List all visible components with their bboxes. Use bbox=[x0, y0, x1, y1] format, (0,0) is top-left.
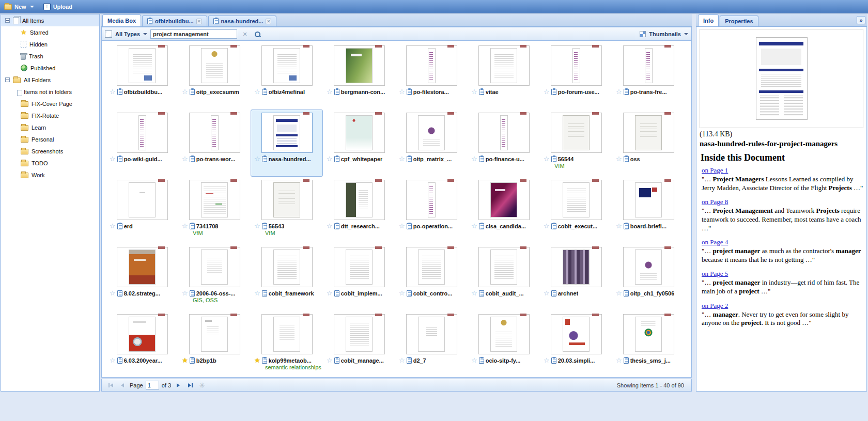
item-thumbnail[interactable] bbox=[117, 113, 168, 153]
grid-item-board-briefi[interactable]: ☆board-briefi... bbox=[612, 177, 685, 244]
item-thumbnail[interactable] bbox=[261, 247, 313, 287]
star-icon[interactable]: ☆ bbox=[110, 89, 116, 95]
grid-item-cobit-framework[interactable]: ☆cobit_framework bbox=[251, 244, 323, 311]
excerpt-page-link[interactable]: on Page 4 bbox=[702, 238, 728, 246]
tab-ofbizbuildbu[interactable]: ofbizbuildbu... ✕ bbox=[142, 15, 207, 26]
chevron-down-icon[interactable] bbox=[684, 33, 688, 35]
item-thumbnail[interactable] bbox=[117, 180, 168, 220]
star-icon[interactable]: ☆ bbox=[544, 223, 550, 229]
item-thumbnail[interactable] bbox=[261, 314, 313, 354]
sidebar-item-fix-cover-page[interactable]: FIX-Cover Page bbox=[1, 98, 99, 110]
star-icon[interactable]: ☆ bbox=[110, 156, 116, 162]
star-icon[interactable]: ☆ bbox=[327, 89, 333, 95]
grid-item-oitp-execsumm[interactable]: ☆oitp_execsumm bbox=[178, 42, 251, 110]
last-page-button[interactable] bbox=[185, 381, 195, 390]
star-icon[interactable]: ☆ bbox=[399, 290, 405, 297]
grid-item-po-operation[interactable]: ☆po-operation... bbox=[395, 177, 468, 244]
item-thumbnail[interactable] bbox=[261, 45, 313, 86]
item-thumbnail[interactable] bbox=[551, 113, 602, 153]
item-thumbnail[interactable] bbox=[623, 314, 674, 354]
grid-item-2006-06-oss[interactable]: ☆2006-06-oss-...GIS, OSS bbox=[178, 244, 251, 311]
grid-item-ocio-sitp-fy[interactable]: ☆ocio-sitp-fy... bbox=[468, 311, 540, 378]
star-icon[interactable]: ☆ bbox=[254, 223, 260, 229]
sidebar-item-screenshots[interactable]: Screenshots bbox=[1, 145, 99, 157]
item-thumbnail[interactable] bbox=[117, 314, 168, 354]
excerpt-page-link[interactable]: on Page 5 bbox=[702, 270, 728, 277]
star-icon[interactable]: ☆ bbox=[616, 357, 622, 364]
sidebar-item-learn[interactable]: Learn bbox=[1, 121, 99, 133]
grid-item-dtt-research[interactable]: ☆dtt_research... bbox=[323, 177, 395, 244]
grid-item-oitp-ch1-fy0506[interactable]: ☆oitp_ch1_fy0506 bbox=[612, 244, 685, 311]
grid-item-archnet[interactable]: ☆archnet bbox=[540, 244, 612, 311]
item-thumbnail[interactable] bbox=[406, 180, 457, 220]
star-icon[interactable]: ☆ bbox=[327, 357, 333, 364]
star-icon[interactable]: ☆ bbox=[182, 89, 188, 95]
item-thumbnail[interactable] bbox=[117, 45, 168, 86]
star-icon[interactable]: ☆ bbox=[544, 89, 550, 95]
grid-item-cobit-manage[interactable]: ☆cobit_manage... bbox=[323, 311, 395, 378]
item-thumbnail[interactable] bbox=[334, 247, 385, 287]
tab-nasa-hundred[interactable]: nasa-hundred... ✕ bbox=[208, 15, 277, 26]
grid-item-po-trans-fre[interactable]: ☆po-trans-fre... bbox=[612, 42, 685, 110]
star-icon[interactable]: ☆ bbox=[399, 156, 405, 162]
star-icon[interactable]: ☆ bbox=[254, 290, 260, 297]
item-thumbnail[interactable] bbox=[406, 314, 457, 354]
collapse-toggle-icon[interactable] bbox=[5, 77, 10, 82]
grid-item-b2bp1b[interactable]: ★b2bp1b bbox=[178, 311, 251, 378]
item-thumbnail[interactable] bbox=[117, 247, 168, 287]
star-icon[interactable]: ☆ bbox=[544, 156, 550, 162]
star-icon[interactable]: ☆ bbox=[399, 89, 405, 95]
sidebar-item-work[interactable]: Work bbox=[1, 169, 99, 181]
grid-item-po-finance-u[interactable]: ☆po-finance-u... bbox=[468, 110, 540, 177]
item-thumbnail[interactable] bbox=[334, 314, 385, 354]
star-icon[interactable]: ☆ bbox=[399, 357, 405, 364]
item-thumbnail[interactable] bbox=[623, 180, 674, 220]
chevron-down-icon[interactable] bbox=[143, 33, 147, 35]
item-thumbnail[interactable] bbox=[478, 45, 530, 86]
item-thumbnail[interactable] bbox=[551, 247, 602, 287]
grid-item-6-03-200year[interactable]: ☆6.03.200year... bbox=[106, 311, 178, 378]
star-icon[interactable]: ☆ bbox=[110, 290, 116, 297]
item-thumbnail[interactable] bbox=[478, 113, 530, 153]
star-icon[interactable]: ☆ bbox=[399, 223, 405, 229]
grid-item-ofbizbuildbu[interactable]: ☆ofbizbuildbu... bbox=[106, 42, 178, 110]
sidebar-item-starred[interactable]: Starred bbox=[1, 26, 99, 38]
upload-button[interactable]: ↑ Upload bbox=[43, 3, 72, 10]
star-icon[interactable]: ☆ bbox=[110, 357, 116, 364]
page-number-input[interactable] bbox=[146, 381, 159, 389]
grid-item-cobit-contro[interactable]: ☆cobit_contro... bbox=[395, 244, 468, 311]
star-icon[interactable]: ☆ bbox=[110, 223, 116, 229]
item-thumbnail[interactable] bbox=[406, 247, 457, 287]
item-thumbnail[interactable] bbox=[261, 113, 313, 153]
item-thumbnail[interactable] bbox=[623, 45, 674, 86]
next-page-button[interactable] bbox=[174, 381, 183, 390]
grid-item-po-wiki-guid[interactable]: ☆po-wiki-guid... bbox=[106, 110, 178, 177]
grid-item-cobit-audit[interactable]: ☆cobit_audit_... bbox=[468, 244, 540, 311]
star-icon[interactable]: ☆ bbox=[471, 223, 477, 229]
grid-item-ofbiz4mefinal[interactable]: ☆ofbiz4mefinal bbox=[251, 42, 323, 110]
grid-item-oss[interactable]: ☆oss bbox=[612, 110, 685, 177]
sidebar-item-published[interactable]: Published bbox=[1, 62, 99, 74]
star-icon[interactable]: ☆ bbox=[616, 290, 622, 297]
grid-item-cisa-candida[interactable]: ☆cisa_candida... bbox=[468, 177, 540, 244]
search-input[interactable] bbox=[150, 29, 237, 39]
grid-item-po-filestora[interactable]: ☆po-filestora... bbox=[395, 42, 468, 110]
sidebar-item-fix-rotate[interactable]: FIX-Rotate bbox=[1, 110, 99, 121]
star-icon[interactable]: ☆ bbox=[544, 290, 550, 297]
grid-item-cobit-implem[interactable]: ☆cobit_implem... bbox=[323, 244, 395, 311]
refresh-icon[interactable]: ✳ bbox=[197, 381, 207, 390]
type-filter-label[interactable]: All Types bbox=[115, 31, 140, 37]
clear-search-button[interactable]: ✕ bbox=[240, 29, 250, 39]
grid-item-20-03-simpli[interactable]: ☆20.03.simpli... bbox=[540, 311, 612, 378]
grid-item-8-02-strateg[interactable]: ☆8.02.strateg... bbox=[106, 244, 178, 311]
item-thumbnail[interactable] bbox=[551, 45, 602, 86]
item-thumbnail[interactable] bbox=[189, 45, 240, 86]
search-button[interactable] bbox=[253, 29, 262, 39]
tab-media-box[interactable]: Media Box bbox=[102, 14, 141, 26]
star-icon[interactable]: ☆ bbox=[182, 156, 188, 162]
star-icon[interactable]: ☆ bbox=[327, 290, 333, 297]
star-icon[interactable]: ☆ bbox=[471, 89, 477, 95]
item-thumbnail[interactable] bbox=[478, 314, 530, 354]
star-icon[interactable]: ★ bbox=[254, 357, 260, 364]
star-icon[interactable]: ☆ bbox=[471, 156, 477, 162]
